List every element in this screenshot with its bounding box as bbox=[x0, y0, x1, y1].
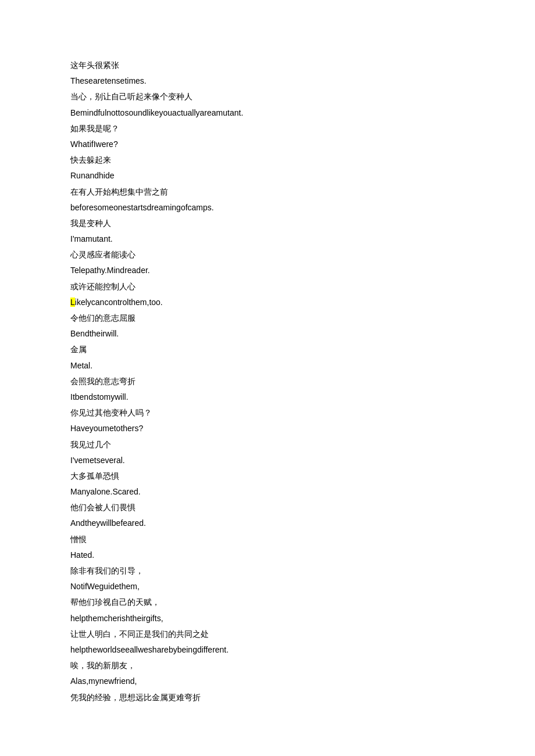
line-31: 憎恨 bbox=[70, 532, 465, 547]
highlighted-char: L bbox=[70, 298, 75, 307]
line-26: I'vemetseveral. bbox=[70, 453, 465, 468]
line-29: 他们会被人们畏惧 bbox=[70, 500, 465, 515]
line-21: 会照我的意志弯折 bbox=[70, 374, 465, 389]
line-11: 我是变种人 bbox=[70, 216, 465, 231]
line-12: I'mamutant. bbox=[70, 232, 465, 246]
line-28: Manyalone.Scared. bbox=[70, 485, 465, 499]
line-25: 我见过几个 bbox=[70, 438, 465, 452]
line-03: 当心，别让自己听起来像个变种人 bbox=[70, 89, 465, 104]
line-09: 在有人开始构想集中营之前 bbox=[70, 185, 465, 199]
line-32: Hated. bbox=[70, 548, 465, 562]
line-10: beforesomeonestartsdreamingofcamps. bbox=[70, 200, 465, 215]
line-20: Metal. bbox=[70, 359, 465, 373]
line-22: Itbendstomywill. bbox=[70, 390, 465, 404]
line-37: 让世人明白，不同正是我们的共同之处 bbox=[70, 627, 465, 642]
line-18: Bendtheirwill. bbox=[70, 327, 465, 341]
line-39: 唉，我的新朋友， bbox=[70, 658, 465, 673]
line-16: Likelycancontrolthem,too. bbox=[70, 295, 465, 310]
line-13: 心灵感应者能读心 bbox=[70, 248, 465, 262]
line-06: WhatifIwere? bbox=[70, 137, 465, 152]
line-23: 你见过其他变种人吗？ bbox=[70, 406, 465, 420]
main-content: 这年头很紧张Thesearetensetimes.当心，别让自己听起来像个变种人… bbox=[70, 58, 465, 705]
line-24: Haveyoumetothers? bbox=[70, 421, 465, 436]
line-19: 金属 bbox=[70, 342, 465, 357]
line-40: Alas,mynewfriend, bbox=[70, 674, 465, 689]
line-04: Bemindfulnottosoundlikeyouactuallyareamu… bbox=[70, 106, 465, 120]
line-14: Telepathy.Mindreader. bbox=[70, 263, 465, 278]
line-41: 凭我的经验，思想远比金属更难弯折 bbox=[70, 690, 465, 705]
line-15: 或许还能控制人心 bbox=[70, 280, 465, 294]
line-27: 大多孤单恐惧 bbox=[70, 469, 465, 483]
line-08: Runandhide bbox=[70, 169, 465, 183]
line-07: 快去躲起来 bbox=[70, 153, 465, 167]
line-36: helpthemcherishtheirgifts, bbox=[70, 611, 465, 626]
line-38: helptheworldseeallwesharebybeingdifferen… bbox=[70, 643, 465, 657]
line-02: Thesearetensetimes. bbox=[70, 74, 465, 88]
line-05: 如果我是呢？ bbox=[70, 121, 465, 136]
line-17: 令他们的意志屈服 bbox=[70, 311, 465, 325]
line-33: 除非有我们的引导， bbox=[70, 564, 465, 578]
line-30: Andtheywillbefeared. bbox=[70, 516, 465, 531]
line-01: 这年头很紧张 bbox=[70, 58, 465, 73]
line-35: 帮他们珍视自己的天赋， bbox=[70, 595, 465, 610]
line-34: NotifWeguidethem, bbox=[70, 579, 465, 594]
